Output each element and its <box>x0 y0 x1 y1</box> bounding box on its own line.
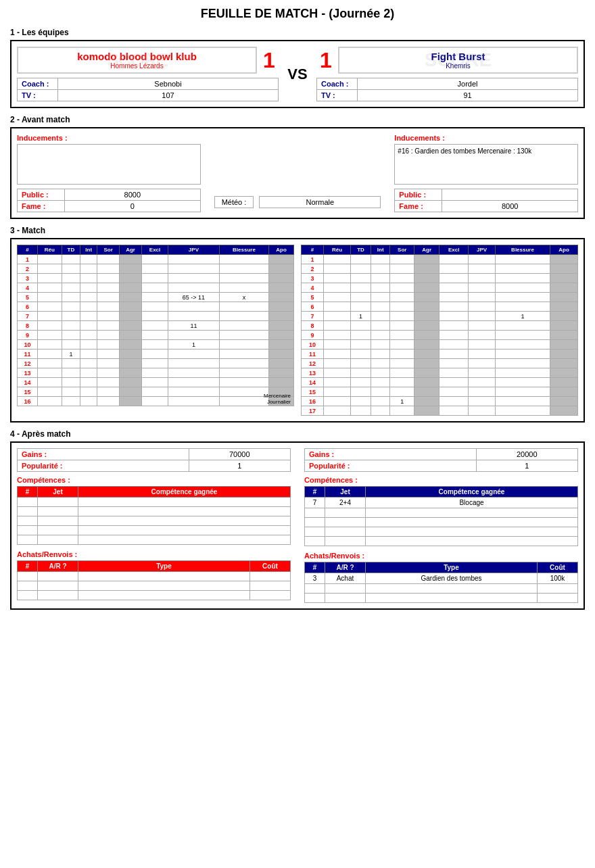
th-agr-r: Agr <box>414 245 439 255</box>
section3-box: # Réu TD Int Sor Agr Excl JPV Blessure A… <box>10 238 585 423</box>
table-row: 9 <box>18 331 294 340</box>
table-row: 3 <box>302 274 578 283</box>
table-row: 16 <box>18 397 294 406</box>
left-comp-header: # Jet Compétence gagnée <box>18 487 291 498</box>
th-num-r: # <box>302 245 324 255</box>
left-achats-header: # A/R ? Type Coût <box>18 561 291 572</box>
left-fame-row: Fame : 0 <box>18 201 201 212</box>
table-row: 7 <box>18 312 294 321</box>
right-coach-label: Coach : <box>317 78 358 90</box>
table-row: 565 -> 11x <box>18 293 294 302</box>
th-apo-r: Apo <box>550 245 578 255</box>
section4-box: Gains : 70000 Popularité : 1 Compétences… <box>10 441 585 610</box>
th-int-l: Int <box>80 245 97 255</box>
th-reu-r: Réu <box>324 245 351 255</box>
right-coach-value: Jordel <box>358 78 578 90</box>
right-tv-value: 91 <box>358 90 578 101</box>
right-team-inner: SCORE Fight Burst Khemris <box>338 47 578 74</box>
table-row: 5 <box>302 293 578 302</box>
right-inducements-box: #16 : Gardien des tombes Mercenaire : 13… <box>394 144 578 185</box>
left-fame-value: 0 <box>65 201 201 212</box>
table-row <box>305 527 578 537</box>
left-achats-th-ar: A/R ? <box>38 561 78 572</box>
section3-title: 3 - Match <box>10 226 585 235</box>
left-achats-th-num: # <box>18 561 38 572</box>
table-row <box>18 526 291 535</box>
left-public-value: 8000 <box>65 189 201 201</box>
left-comp-th-comp: Compétence gagnée <box>78 487 291 498</box>
left-gains-row: Gains : 70000 <box>18 449 291 460</box>
table-row: 13 <box>302 368 578 378</box>
th-num-l: # <box>18 245 38 255</box>
left-coach-row: Coach : Sebnobi <box>18 78 279 90</box>
table-row: 17 <box>302 406 578 416</box>
match-grid: # Réu TD Int Sor Agr Excl JPV Blessure A… <box>17 245 578 416</box>
table-row <box>305 584 578 594</box>
right-comp-table: # Jet Compétence gagnée 72+4Blocage <box>304 486 578 546</box>
th-jpv-l: JPV <box>168 245 219 255</box>
left-tv-row: TV : 107 <box>18 90 279 101</box>
left-comp-table: # Jet Compétence gagnée <box>17 486 291 545</box>
apres-left-col: Gains : 70000 Popularité : 1 Compétences… <box>17 448 291 603</box>
section1-title: 1 - Les équipes <box>10 28 585 37</box>
left-achats-table: # A/R ? Type Coût <box>17 560 291 600</box>
left-popularite-row: Popularité : 1 <box>18 460 291 472</box>
meteo-col: Météo : Normale <box>214 134 381 212</box>
right-popularite-label: Popularité : <box>305 460 477 472</box>
table-row <box>18 591 291 600</box>
match-right-col: Mercenaire Journalier # Réu TD Int Sor A… <box>301 245 578 416</box>
right-team-info: Coach : Jordel TV : 91 <box>316 78 578 101</box>
table-row: 14 <box>18 378 294 387</box>
table-row: 4 <box>302 283 578 293</box>
teams-grid: SCORE komodo blood bowl klub Hommes Léza… <box>17 47 578 101</box>
table-row <box>18 572 291 581</box>
right-tv-label: TV : <box>317 90 358 101</box>
left-fame-label: Fame : <box>18 201 65 212</box>
th-excl-r: Excl <box>439 245 469 255</box>
right-comp-th-jet: Jet <box>325 487 366 498</box>
table-row: 4 <box>18 283 294 293</box>
left-tv-label: TV : <box>18 90 58 101</box>
match-left-header: # Réu TD Int Sor Agr Excl JPV Blessure A… <box>18 245 294 255</box>
th-reu-l: Réu <box>37 245 62 255</box>
right-public-label: Public : <box>395 189 442 201</box>
right-team-inner-wrap: 1 SCORE Fight Burst Khemris <box>316 47 578 74</box>
left-team-inner: SCORE komodo blood bowl klub Hommes Léza… <box>17 47 257 74</box>
left-achats-th-type: Type <box>78 561 250 572</box>
table-row: 111 <box>18 349 294 359</box>
right-comp-th-num: # <box>305 487 325 498</box>
left-popularite-label: Popularité : <box>18 460 189 472</box>
match-right-header: # Réu TD Int Sor Agr Excl JPV Blessure A… <box>302 245 578 255</box>
right-popularite-value: 1 <box>476 460 577 472</box>
table-row: 11 <box>302 349 578 359</box>
avant-grid: Inducements : Public : 8000 Fame : 0 Mét… <box>17 134 578 212</box>
match-left-table: # Réu TD Int Sor Agr Excl JPV Blessure A… <box>17 245 294 406</box>
right-gains-table: Gains : 20000 Popularité : 1 <box>304 448 578 472</box>
table-row: 711 <box>302 312 578 321</box>
right-gains-value: 20000 <box>476 449 577 460</box>
match-left-col: # Réu TD Int Sor Agr Excl JPV Blessure A… <box>17 245 294 416</box>
left-inducements-box <box>17 144 201 185</box>
meteo-label: Météo : <box>214 196 254 208</box>
table-row: 1 <box>302 255 578 264</box>
table-row <box>305 594 578 603</box>
left-score: 1 <box>260 48 279 73</box>
left-gains-value: 70000 <box>189 449 290 460</box>
table-row: 15 <box>18 387 294 397</box>
th-int-r: Int <box>371 245 390 255</box>
table-row: 2 <box>18 264 294 274</box>
right-public-fame-table: Public : Fame : 8000 <box>394 189 578 212</box>
right-achats-label: Achats/Renvois : <box>304 552 578 560</box>
table-row: 8 <box>302 321 578 331</box>
th-blessure-r: Blessure <box>495 245 550 255</box>
table-row <box>18 535 291 545</box>
right-comp-th-comp: Compétence gagnée <box>366 487 578 498</box>
right-fame-label: Fame : <box>395 201 442 212</box>
table-row <box>18 498 291 507</box>
avant-right: Inducements : #16 : Gardien des tombes M… <box>394 134 578 212</box>
right-public-value <box>442 189 578 201</box>
table-row: 1 <box>18 255 294 264</box>
right-score: 1 <box>316 48 335 73</box>
section2-title: 2 - Avant match <box>10 115 585 124</box>
table-row: 2 <box>302 264 578 274</box>
